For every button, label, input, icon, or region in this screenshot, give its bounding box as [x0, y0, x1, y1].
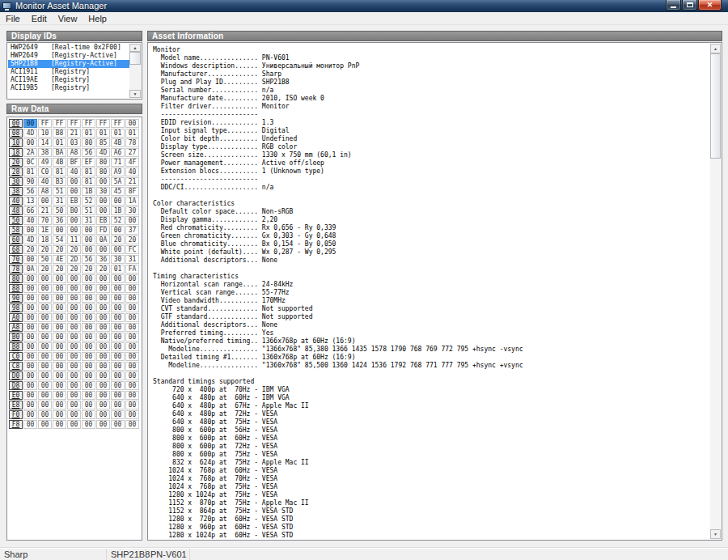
hex-cell[interactable]: 00	[53, 391, 66, 400]
hex-cell[interactable]: 00	[125, 333, 139, 342]
hex-cell[interactable]: 00	[67, 284, 81, 293]
hex-cell[interactable]: 51	[82, 206, 95, 215]
hex-cell[interactable]: 00	[53, 294, 66, 303]
hex-cell[interactable]: 20	[38, 265, 52, 274]
hex-cell[interactable]: 00	[111, 245, 125, 254]
hex-cell[interactable]: 71	[111, 158, 125, 167]
hex-cell[interactable]: 20	[67, 265, 81, 274]
hex-cell[interactable]: 00	[67, 381, 81, 390]
hex-cell[interactable]: 00	[111, 391, 125, 400]
hex-cell[interactable]: 21	[38, 206, 52, 215]
hex-cell[interactable]: 40	[23, 216, 37, 225]
hex-cell[interactable]: C0	[38, 168, 52, 176]
hex-cell[interactable]: 45	[111, 187, 125, 196]
hex-cell[interactable]: 00	[38, 333, 52, 342]
hex-cell[interactable]: 38	[38, 148, 52, 157]
hex-cell[interactable]: 00	[125, 313, 139, 322]
hex-cell[interactable]: 31	[125, 255, 139, 264]
hex-cell[interactable]: 00	[111, 313, 125, 322]
hex-cell[interactable]: 00	[67, 294, 81, 303]
hex-cell[interactable]: 00	[96, 177, 110, 186]
hex-cell[interactable]: 00	[96, 381, 110, 390]
hex-cell[interactable]: 00	[96, 352, 110, 361]
hex-cell[interactable]: 00	[125, 303, 139, 312]
display-id-item[interactable]: HWP2649[Registry-Active]	[8, 52, 129, 60]
hex-cell[interactable]: 00	[125, 274, 139, 283]
hex-cell[interactable]: BA	[53, 148, 66, 157]
hex-cell[interactable]: 52	[82, 197, 95, 206]
hex-cell[interactable]: 78	[125, 138, 139, 147]
hex-cell[interactable]: 30	[96, 187, 110, 196]
hex-cell[interactable]: 00	[53, 352, 66, 361]
hex-cell[interactable]: B0	[67, 206, 81, 215]
hex-cell[interactable]: 00	[125, 420, 139, 429]
hex-cell[interactable]: 13	[23, 197, 37, 206]
hex-cell[interactable]: 81	[53, 168, 66, 176]
asset-info-scrollbar[interactable]: ▲ ▼	[710, 44, 721, 539]
hex-cell[interactable]: FA	[125, 265, 139, 274]
hex-cell[interactable]: 00	[67, 177, 81, 186]
hex-cell[interactable]: 00	[111, 401, 125, 409]
menu-item-edit[interactable]: Edit	[26, 12, 53, 25]
hex-cell[interactable]: 2A	[23, 148, 37, 157]
hex-cell[interactable]: 00	[82, 303, 95, 312]
hex-cell[interactable]: 56	[82, 148, 95, 157]
hex-cell[interactable]: 01	[53, 138, 66, 147]
hex-cell[interactable]: 40	[67, 168, 81, 176]
hex-cell[interactable]: 56	[23, 187, 37, 196]
hex-cell[interactable]: 4F	[125, 158, 139, 167]
hex-cell[interactable]: 1B	[111, 206, 125, 215]
hex-cell[interactable]: FF	[82, 119, 95, 128]
hex-cell[interactable]: 00	[23, 410, 37, 419]
hex-cell[interactable]: 00	[125, 284, 139, 293]
hex-cell[interactable]: 00	[67, 216, 81, 225]
hex-cell[interactable]: 00	[111, 352, 125, 361]
hex-cell[interactable]: 4E	[53, 255, 66, 264]
hex-cell[interactable]: 20	[23, 245, 37, 254]
hex-cell[interactable]: 1B	[82, 187, 95, 196]
hex-cell[interactable]: 81	[82, 168, 95, 176]
hex-cell[interactable]: 31	[53, 197, 66, 206]
hex-cell[interactable]: 00	[82, 401, 95, 409]
hex-cell[interactable]: 00	[111, 284, 125, 293]
hex-cell[interactable]: 00	[67, 371, 81, 380]
hex-cell[interactable]: 00	[82, 274, 95, 283]
hex-cell[interactable]: FC	[125, 245, 139, 254]
hex-cell[interactable]: 00	[53, 410, 66, 419]
hex-cell[interactable]: 00	[125, 119, 139, 128]
hex-cell[interactable]: 03	[67, 138, 81, 147]
hex-cell[interactable]: 00	[67, 313, 81, 322]
hex-cell[interactable]: FF	[111, 119, 125, 128]
hex-cell[interactable]: 00	[67, 333, 81, 342]
hex-cell[interactable]: 00	[96, 333, 110, 342]
hex-cell[interactable]: 50	[53, 206, 66, 215]
hex-cell[interactable]: 00	[38, 294, 52, 303]
hex-cell[interactable]: 00	[38, 197, 52, 206]
display-id-item[interactable]: SHP21B8[Registry-Active]	[8, 60, 129, 68]
hex-cell[interactable]: 66	[23, 206, 37, 215]
hex-cell[interactable]: 00	[82, 410, 95, 419]
hex-cell[interactable]: 00	[53, 381, 66, 390]
hex-cell[interactable]: FD	[96, 226, 110, 235]
hex-cell[interactable]: FF	[96, 119, 110, 128]
hex-cell[interactable]: 00	[96, 313, 110, 322]
hex-cell[interactable]: 00	[53, 420, 66, 429]
hex-cell[interactable]: 00	[53, 342, 66, 351]
hex-cell[interactable]: 00	[111, 274, 125, 283]
hex-cell[interactable]: 00	[23, 284, 37, 293]
hex-cell[interactable]: 0C	[23, 158, 37, 167]
hex-cell[interactable]: 36	[96, 255, 110, 264]
hex-cell[interactable]: 70	[38, 216, 52, 225]
hex-cell[interactable]: 00	[82, 371, 95, 380]
hex-cell[interactable]: 00	[125, 401, 139, 409]
hex-cell[interactable]: 85	[96, 138, 110, 147]
hex-cell[interactable]: 51	[53, 187, 66, 196]
hex-cell[interactable]: 00	[96, 410, 110, 419]
hex-cell[interactable]: 4B	[111, 138, 125, 147]
hex-cell[interactable]: 00	[23, 362, 37, 371]
hex-cell[interactable]: 20	[53, 265, 66, 274]
hex-cell[interactable]: 00	[82, 235, 95, 244]
hex-cell[interactable]: 00	[23, 274, 37, 283]
display-id-item[interactable]: HWP2649[Real-time 0x2F00]	[8, 44, 129, 52]
hex-cell[interactable]: 00	[96, 420, 110, 429]
